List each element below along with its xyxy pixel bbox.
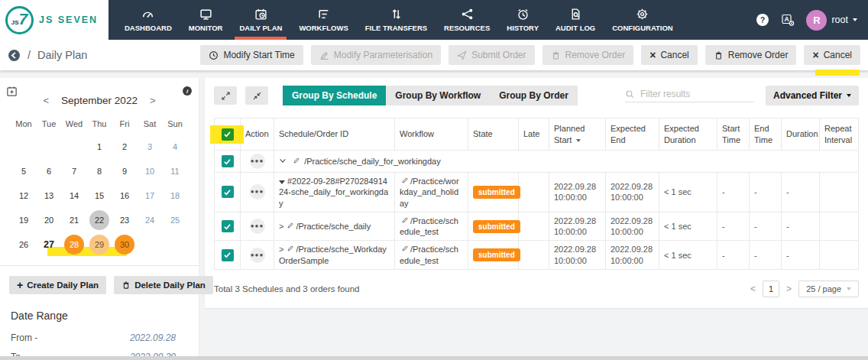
page-size-select[interactable]: 25 / page: [798, 281, 859, 297]
remove-order-button[interactable]: Remove Order: [542, 45, 634, 65]
calendar-day[interactable]: 17: [140, 186, 160, 206]
app-logo[interactable]: JS 7 JS SEVEN: [0, 0, 108, 40]
row-checkbox[interactable]: [222, 220, 234, 232]
group-schedule-cell[interactable]: /Practice/sche_daily_for_workingday: [274, 151, 859, 173]
edit-icon[interactable]: [401, 177, 409, 184]
schedule-id-cell[interactable]: >/Practice/sche_WorkdayOrderSample: [274, 241, 395, 270]
column-header-expected-end[interactable]: Expected End: [606, 118, 659, 151]
help-icon[interactable]: ?: [756, 13, 769, 27]
calendar-add-icon[interactable]: [6, 86, 18, 97]
filter-results-input[interactable]: [640, 89, 740, 99]
collapse-all-button[interactable]: [245, 86, 268, 105]
calendar-day[interactable]: 26: [14, 235, 34, 255]
column-header-expected-duration[interactable]: Expected Duration: [659, 118, 717, 151]
calendar-day[interactable]: 19: [14, 210, 34, 230]
from-value[interactable]: 2022.09.28: [130, 332, 176, 343]
nav-item-resources[interactable]: RESOURCES: [436, 0, 498, 40]
edit-icon[interactable]: [287, 245, 294, 252]
calendar-day[interactable]: 11: [165, 161, 185, 181]
calendar-day[interactable]: 8: [89, 161, 109, 181]
calendar-day-selected[interactable]: 29: [89, 235, 109, 255]
schedule-id-cell[interactable]: >/Practice/sche_daily: [274, 212, 395, 241]
calendar-day[interactable]: 6: [39, 161, 59, 181]
column-header-schedule-order-id[interactable]: Schedule/Order ID: [274, 118, 395, 151]
calendar-day[interactable]: 18: [165, 186, 185, 206]
workflow-cell[interactable]: /Practice/workday_and_holiday: [395, 173, 468, 212]
create-daily-plan-button[interactable]: + Create Daily Plan: [9, 276, 106, 294]
calendar-day-selected[interactable]: 28: [64, 235, 84, 255]
calendar-day[interactable]: 4: [165, 137, 185, 157]
nav-item-configuration[interactable]: CONFIGURATION: [604, 0, 682, 40]
edit-icon[interactable]: [287, 222, 294, 229]
cancel-button[interactable]: × Cancel: [641, 45, 698, 65]
calendar-day[interactable]: 27: [39, 235, 59, 255]
edit-icon[interactable]: [401, 216, 409, 224]
order-id-cell[interactable]: #2022-09-28#P27028491424-sche_daily_for_…: [274, 173, 395, 212]
language-icon[interactable]: A: [781, 13, 795, 27]
submit-order-button[interactable]: Submit Order: [449, 45, 534, 65]
page-number[interactable]: 1: [763, 281, 779, 297]
delete-daily-plan-button[interactable]: Delete Daily Plan: [114, 276, 213, 294]
modify-parameterisation-button[interactable]: Modify Parameterisation: [311, 45, 441, 65]
ellipsis-menu-button[interactable]: ●●●: [250, 184, 265, 199]
nav-item-daily-plan[interactable]: DAILY PLAN: [231, 0, 290, 40]
column-header-planned-start[interactable]: Planned Start: [549, 118, 606, 151]
back-icon[interactable]: [8, 49, 21, 62]
calendar-day[interactable]: 14: [64, 186, 84, 206]
calendar-day[interactable]: 5: [14, 161, 34, 181]
ellipsis-menu-button[interactable]: ●●●: [250, 248, 265, 263]
row-checkbox[interactable]: [222, 155, 234, 167]
chevron-right-icon[interactable]: >: [279, 222, 283, 231]
select-all-checkbox[interactable]: [222, 128, 234, 141]
column-header-state[interactable]: State: [468, 118, 519, 151]
nav-item-monitor[interactable]: MONITOR: [180, 0, 232, 40]
remove-order-button-2[interactable]: Remove Order: [705, 45, 797, 65]
expand-all-button[interactable]: [214, 86, 237, 105]
calendar-day[interactable]: 21: [64, 210, 84, 230]
advanced-filter-button[interactable]: Advanced Filter: [766, 86, 859, 105]
calendar-day[interactable]: 1: [89, 137, 109, 157]
modify-start-time-button[interactable]: Modify Start Time: [200, 45, 303, 65]
workflow-cell[interactable]: /Practice/schedule_test: [395, 241, 468, 270]
next-page-button[interactable]: >: [786, 284, 792, 294]
calendar-day-today[interactable]: 22: [89, 210, 109, 230]
chevron-down-icon[interactable]: [279, 157, 287, 164]
nav-item-audit-log[interactable]: AUDIT LOG: [547, 0, 604, 40]
info-icon[interactable]: i: [182, 86, 193, 96]
calendar-next-button[interactable]: >: [150, 95, 156, 106]
tab-group-by-order[interactable]: Group By Order: [490, 86, 578, 105]
edit-icon[interactable]: [401, 245, 409, 252]
calendar-day[interactable]: 10: [140, 161, 160, 181]
user-menu[interactable]: R root: [806, 10, 857, 31]
calendar-day[interactable]: 2: [115, 137, 134, 157]
nav-item-file-transfers[interactable]: FILE TRANSFERS: [357, 0, 436, 40]
column-header-repeat-interval[interactable]: Repeat Interval: [820, 118, 859, 151]
ellipsis-menu-button[interactable]: ●●●: [250, 219, 265, 234]
calendar-day[interactable]: 23: [115, 210, 134, 230]
column-header-duration[interactable]: Duration: [782, 118, 820, 151]
prev-page-button[interactable]: <: [750, 284, 756, 294]
nav-item-workflows[interactable]: WORKFLOWS: [290, 0, 356, 40]
chevron-right-icon[interactable]: >: [279, 245, 283, 254]
calendar-day[interactable]: 24: [140, 210, 160, 230]
column-header-start-time[interactable]: Start Time: [717, 118, 750, 151]
row-checkbox[interactable]: [222, 249, 234, 261]
nav-item-history[interactable]: HISTORY: [498, 0, 547, 40]
calendar-day[interactable]: 12: [14, 186, 34, 206]
calendar-prev-button[interactable]: <: [43, 95, 49, 106]
column-header-end-time[interactable]: End Time: [750, 118, 782, 151]
cancel-button-2[interactable]: × Cancel: [804, 45, 860, 65]
column-header-workflow[interactable]: Workflow: [395, 118, 468, 151]
triangle-down-icon[interactable]: [279, 180, 285, 184]
ellipsis-menu-button[interactable]: ●●●: [250, 154, 265, 169]
nav-item-dashboard[interactable]: DASHBOARD: [116, 0, 180, 40]
calendar-day[interactable]: 15: [89, 186, 109, 206]
bottom-scrollbar[interactable]: [0, 356, 868, 360]
edit-icon[interactable]: [293, 157, 300, 164]
calendar-day-selected[interactable]: 30: [115, 235, 134, 255]
calendar-day[interactable]: 13: [39, 186, 59, 206]
tab-group-by-schedule[interactable]: Group By Schedule: [283, 86, 386, 105]
tab-group-by-workflow[interactable]: Group By Workflow: [386, 86, 490, 105]
calendar-day[interactable]: 3: [140, 137, 160, 157]
row-checkbox[interactable]: [222, 186, 234, 198]
